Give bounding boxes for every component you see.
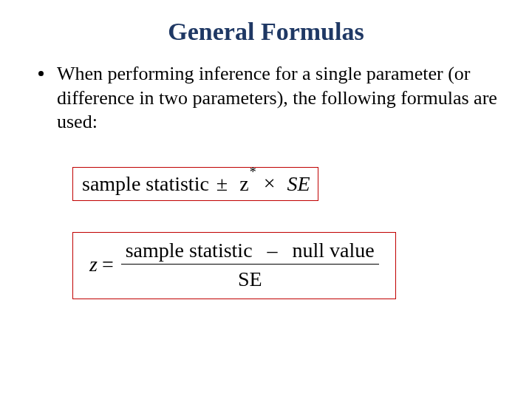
z-star: z *: [239, 172, 248, 196]
z-equation: z = sample statistic – null value SE: [89, 239, 379, 292]
fraction-numerator: sample statistic – null value: [121, 239, 379, 264]
slide: General Formulas When performing inferen…: [0, 0, 532, 399]
formula-z-score: z = sample statistic – null value SE: [72, 232, 396, 300]
times-symbol: ×: [264, 171, 276, 195]
slide-title: General Formulas: [30, 18, 502, 46]
num-samplestat: sample statistic: [126, 239, 253, 262]
equals-symbol: =: [102, 253, 114, 276]
fraction-denominator: SE: [238, 265, 262, 291]
num-nullvalue: null value: [293, 239, 375, 262]
z-letter: z: [239, 172, 248, 195]
bullet-dot-icon: [38, 71, 44, 76]
bullet-item: When performing inference for a single p…: [30, 62, 502, 134]
bullet-text: When performing inference for a single p…: [57, 62, 502, 134]
formula-confidence-interval: sample statistic ± z * × SE: [72, 167, 318, 201]
formula-area: sample statistic ± z * × SE z = sample s…: [30, 167, 502, 300]
plus-minus-symbol: ±: [216, 172, 228, 196]
se-text: SE: [287, 172, 310, 196]
star-superscript: *: [250, 165, 256, 180]
minus-symbol: –: [267, 239, 278, 262]
fraction: sample statistic – null value SE: [121, 239, 379, 292]
z-variable: z: [89, 253, 98, 276]
formula-text-samplestat: sample statistic: [82, 172, 209, 196]
